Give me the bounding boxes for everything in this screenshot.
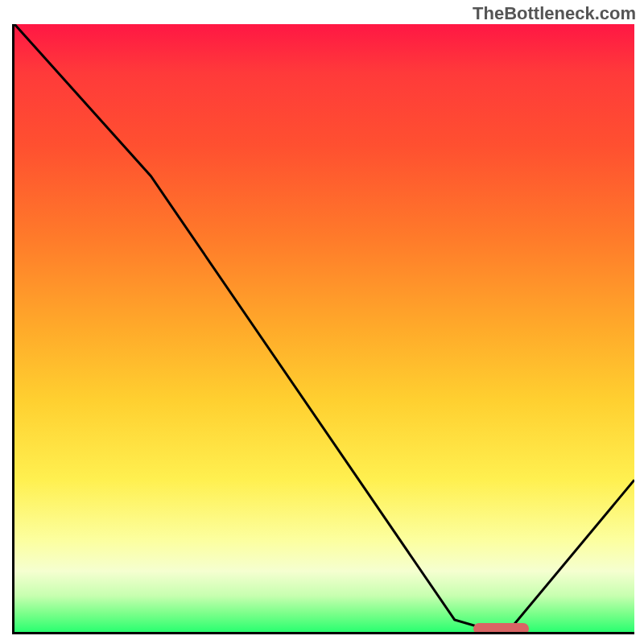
optimal-range-marker [473, 623, 529, 634]
bottleneck-curve [14, 24, 634, 632]
chart-plot-area [12, 24, 634, 634]
attribution-text: TheBottleneck.com [473, 3, 636, 24]
